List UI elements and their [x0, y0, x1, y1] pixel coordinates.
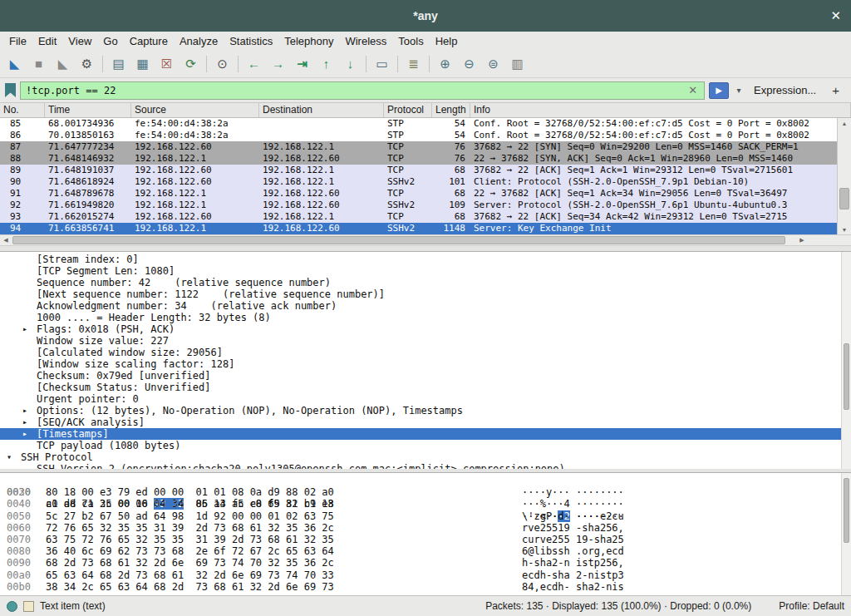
menu-edit[interactable]: Edit — [32, 33, 62, 49]
hex-v-scrollbar[interactable] — [841, 473, 851, 595]
packet-row[interactable]: 8871.648146932192.168.122.1192.168.122.6… — [0, 153, 837, 165]
start-capture-button[interactable]: ◣ — [3, 53, 26, 75]
tree-item[interactable]: [TCP Segment Len: 1080] — [0, 265, 851, 277]
go-forward-button[interactable]: → — [267, 53, 289, 75]
scroll-thumb[interactable] — [844, 343, 849, 410]
packet-row[interactable]: 9171.648789678192.168.122.1192.168.122.6… — [0, 188, 837, 200]
close-file-button[interactable]: ☒ — [155, 53, 178, 75]
save-file-button[interactable]: ▦ — [131, 53, 154, 75]
tree-item[interactable]: [Stream index: 0] — [0, 254, 851, 265]
menu-telephony[interactable]: Telephony — [278, 33, 339, 49]
filter-bookmark-icon[interactable] — [5, 83, 16, 97]
tree-item[interactable]: TCP payload (1080 bytes) — [0, 440, 851, 451]
expand-arrow-icon[interactable] — [22, 288, 37, 300]
hex-row[interactable]: 00b038 34 2c 65 63 64 68 2d 73 68 61 32 … — [0, 581, 851, 593]
column-header-protocol[interactable]: Protocol — [384, 103, 432, 117]
expand-arrow-icon[interactable] — [22, 265, 37, 277]
zoom-original-button[interactable]: ⊜ — [482, 53, 504, 75]
packet-row[interactable]: 8771.647777234192.168.122.60192.168.122.… — [0, 141, 837, 153]
expand-arrow-icon[interactable] — [22, 358, 37, 370]
resize-columns-button[interactable]: ▥ — [506, 53, 529, 75]
menu-analyze[interactable]: Analyze — [174, 33, 224, 49]
packet-row[interactable]: 8670.013850163fe:54:00:d4:38:2aSTP54Conf… — [0, 130, 837, 141]
menu-capture[interactable]: Capture — [124, 33, 174, 49]
hex-row[interactable]: 00a065 63 64 68 2d 73 68 61 32 2d 6e 69 … — [0, 569, 851, 581]
tree-item[interactable]: Sequence number: 42 (relative sequence n… — [0, 277, 851, 288]
tree-item[interactable]: [Next sequence number: 1122 (relative se… — [0, 288, 851, 300]
expand-arrow-icon[interactable] — [22, 277, 37, 288]
menu-file[interactable]: File — [3, 33, 32, 49]
column-header-no[interactable]: No. — [0, 103, 45, 117]
restart-capture-button[interactable]: ◣ — [52, 53, 74, 75]
menu-help[interactable]: Help — [430, 33, 464, 49]
tree-item[interactable]: Urgent pointer: 0 — [0, 393, 851, 405]
display-filter-input[interactable]: !tcp.port == 22 ✕ — [20, 81, 705, 100]
scroll-thumb[interactable] — [12, 236, 785, 244]
hex-row[interactable]: 00505c 27 b2 67 50 ad 64 98 1d 92 00 00 … — [0, 510, 851, 522]
column-header-info[interactable]: Info — [470, 103, 851, 117]
expand-arrow-icon[interactable]: ▸ — [22, 323, 37, 335]
go-to-packet-button[interactable]: ⇥ — [291, 53, 313, 75]
expand-arrow-icon[interactable] — [22, 382, 37, 393]
expand-arrow-icon[interactable] — [22, 463, 37, 469]
menu-statistics[interactable]: Statistics — [224, 33, 278, 49]
go-first-packet-button[interactable]: ↑ — [315, 53, 337, 75]
column-header-source[interactable]: Source — [131, 103, 259, 117]
scroll-thumb[interactable] — [844, 478, 849, 543]
tree-item[interactable]: Window size value: 227 — [0, 335, 851, 347]
packet-row-selected[interactable]: 9471.663856741192.168.122.1192.168.122.6… — [0, 223, 837, 234]
hex-row[interactable]: 003080 18 00 e3 79 ed 00 00 01 01 08 0a … — [0, 486, 851, 498]
tree-item[interactable]: ▾SSH Protocol — [0, 451, 851, 463]
open-file-button[interactable]: ▤ — [107, 53, 130, 75]
packet-list-h-scrollbar[interactable]: ◀ ▶ — [0, 234, 851, 246]
expand-arrow-icon[interactable]: ▸ — [22, 416, 37, 428]
column-header-destination[interactable]: Destination — [259, 103, 384, 117]
zoom-in-button[interactable]: ⊕ — [434, 53, 456, 75]
expert-info-icon[interactable] — [7, 601, 17, 612]
go-back-button[interactable]: ← — [243, 53, 265, 75]
apply-filter-button[interactable]: ▶ — [709, 82, 729, 99]
expand-arrow-icon[interactable] — [22, 370, 37, 382]
tree-item[interactable]: [Checksum Status: Unverified] — [0, 382, 851, 393]
hex-row[interactable]: 006072 76 65 32 35 35 31 39 2d 73 68 61 … — [0, 522, 851, 534]
find-packet-button[interactable]: ⊙ — [211, 53, 234, 75]
expand-arrow-icon[interactable] — [22, 254, 37, 265]
auto-scroll-button[interactable]: ▭ — [371, 53, 393, 75]
profile-selector[interactable]: Profile: Default — [779, 600, 844, 612]
column-header-time[interactable]: Time — [45, 103, 131, 117]
expression-button[interactable]: Expression... — [749, 84, 821, 96]
filter-dropdown-icon[interactable]: ▾ — [733, 82, 745, 99]
zoom-out-button[interactable]: ⊖ — [458, 53, 480, 75]
add-filter-button[interactable]: + — [825, 83, 846, 97]
tree-item[interactable]: SSH Version 2 (encryption:chacha20-poly1… — [0, 463, 851, 469]
scroll-thumb[interactable] — [839, 188, 849, 209]
packet-row[interactable]: 8568.001734936fe:54:00:d4:38:2aSTP54Conf… — [0, 118, 837, 130]
hex-row[interactable]: 0020 c0 a8 7a 3c 00 16 93 32 85 a3 ac c0… — [0, 475, 851, 486]
packet-row[interactable]: 9271.661949820192.168.122.1192.168.122.6… — [0, 200, 837, 211]
go-last-packet-button[interactable]: ↓ — [339, 53, 362, 75]
capture-comment-icon[interactable] — [23, 601, 34, 612]
packet-list-v-scrollbar[interactable]: ▲ ▼ — [837, 118, 851, 234]
hex-row[interactable]: 009068 2d 73 68 61 32 2d 6e 69 73 74 70 … — [0, 557, 851, 569]
hex-row[interactable]: 007063 75 72 76 65 32 35 35 31 39 2d 73 … — [0, 534, 851, 545]
expand-arrow-icon[interactable] — [22, 393, 37, 405]
scroll-up-arrow-icon[interactable]: ▲ — [838, 118, 851, 128]
expand-arrow-icon[interactable] — [22, 335, 37, 347]
capture-options-button[interactable]: ⚙ — [76, 53, 98, 75]
colorize-button[interactable]: ≣ — [402, 53, 425, 75]
tree-item[interactable]: ▸Flags: 0x018 (PSH, ACK) — [0, 323, 851, 335]
column-header-length[interactable]: Length — [432, 103, 470, 117]
expand-arrow-icon[interactable]: ▾ — [7, 451, 21, 463]
hex-row[interactable]: 008036 40 6c 69 62 73 73 68 2e 6f 72 67 … — [0, 545, 851, 557]
scroll-down-arrow-icon[interactable]: ▼ — [838, 224, 851, 234]
packet-row[interactable]: 9071.648618924192.168.122.60192.168.122.… — [0, 176, 837, 188]
tree-item[interactable]: Acknowledgment number: 34 (relative ack … — [0, 300, 851, 312]
expand-arrow-icon[interactable] — [22, 312, 37, 323]
tree-item[interactable]: ▸[SEQ/ACK analysis] — [0, 416, 851, 428]
tree-item[interactable]: [Calculated window size: 29056] — [0, 347, 851, 358]
tree-item[interactable]: Checksum: 0x79ed [unverified] — [0, 370, 851, 382]
expand-arrow-icon[interactable] — [22, 300, 37, 312]
scroll-right-arrow-icon[interactable]: ▶ — [796, 235, 808, 245]
tree-item[interactable]: 1000 .... = Header Length: 32 bytes (8) — [0, 312, 851, 323]
reload-button[interactable]: ⟳ — [180, 53, 202, 75]
